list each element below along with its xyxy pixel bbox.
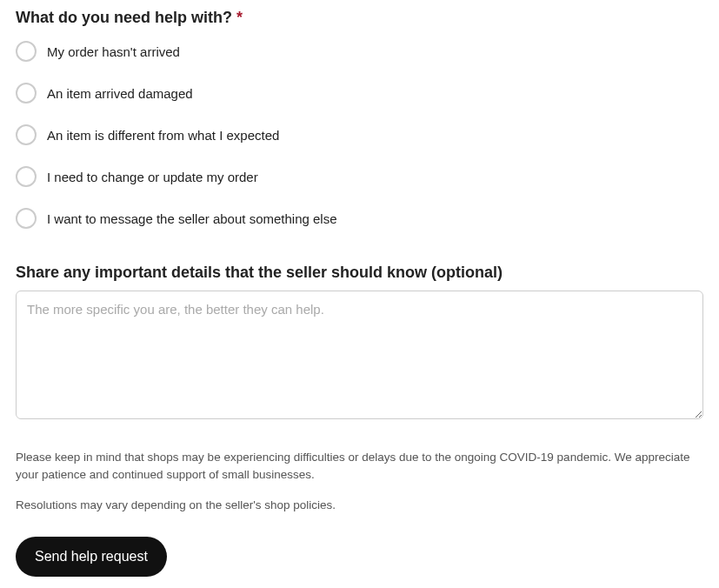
details-textarea[interactable]	[16, 291, 703, 419]
disclaimer-section: Please keep in mind that shops may be ex…	[16, 449, 703, 514]
radio-option-message-seller[interactable]: I want to message the seller about somet…	[16, 208, 703, 229]
radio-label: I need to change or update my order	[47, 170, 258, 184]
help-options-group: My order hasn't arrived An item arrived …	[16, 41, 703, 229]
radio-option-change-order[interactable]: I need to change or update my order	[16, 166, 703, 187]
radio-option-item-damaged[interactable]: An item arrived damaged	[16, 83, 703, 104]
radio-label: An item is different from what I expecte…	[47, 128, 279, 143]
help-question-label: What do you need help with? *	[16, 9, 703, 27]
required-indicator: *	[236, 9, 243, 26]
radio-option-order-not-arrived[interactable]: My order hasn't arrived	[16, 41, 703, 62]
details-section-label: Share any important details that the sel…	[16, 264, 703, 282]
help-question-text: What do you need help with?	[16, 9, 232, 26]
radio-circle-icon	[16, 124, 37, 145]
radio-circle-icon	[16, 166, 37, 187]
disclaimer-policies: Resolutions may vary depending on the se…	[16, 497, 703, 514]
radio-circle-icon	[16, 208, 37, 229]
radio-circle-icon	[16, 83, 37, 104]
radio-label: My order hasn't arrived	[47, 44, 180, 59]
send-help-request-button[interactable]: Send help request	[16, 537, 167, 577]
radio-option-item-different[interactable]: An item is different from what I expecte…	[16, 124, 703, 145]
disclaimer-covid: Please keep in mind that shops may be ex…	[16, 449, 703, 484]
radio-circle-icon	[16, 41, 37, 62]
radio-label: An item arrived damaged	[47, 86, 193, 101]
radio-label: I want to message the seller about somet…	[47, 211, 337, 226]
